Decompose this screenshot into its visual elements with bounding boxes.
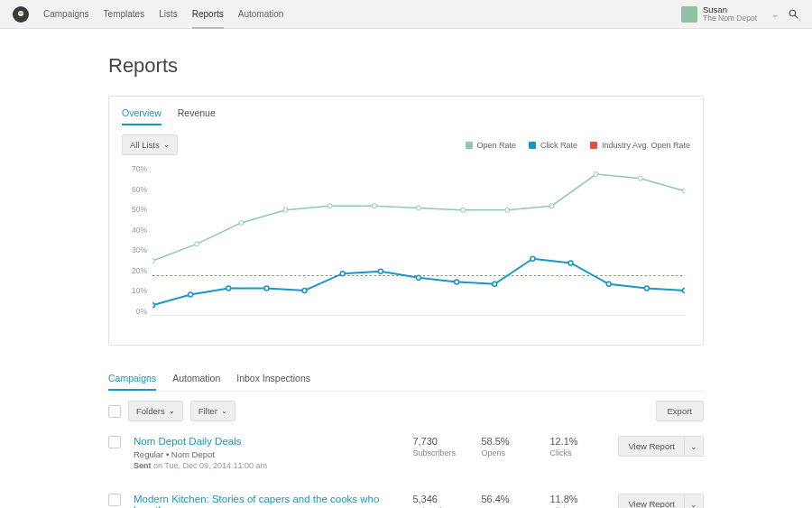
tab-overview[interactable]: Overview <box>122 107 161 125</box>
metric-opens: 56.4%Opens <box>481 494 537 508</box>
list-tabs: CampaignsAutomationInbox Inspections <box>108 373 704 392</box>
svg-point-10 <box>283 208 288 212</box>
folders-dropdown[interactable]: Folders ⌄ <box>128 401 183 421</box>
svg-point-25 <box>340 272 345 276</box>
chart-legend: Open RateClick RateIndustry Avg. Open Ra… <box>466 141 690 150</box>
list-tab-inbox-inspections[interactable]: Inbox Inspections <box>236 373 310 391</box>
list-tab-automation[interactable]: Automation <box>172 373 220 391</box>
svg-point-32 <box>606 282 611 286</box>
list-tab-campaigns[interactable]: Campaigns <box>108 373 156 391</box>
y-tick: 0% <box>122 307 147 316</box>
chevron-down-icon: ⌄ <box>163 141 170 149</box>
svg-point-21 <box>189 292 193 297</box>
row-checkbox[interactable] <box>108 494 121 506</box>
svg-point-12 <box>372 204 376 208</box>
chevron-down-icon: ⌄ <box>169 407 175 415</box>
tab-revenue[interactable]: Revenue <box>178 107 216 125</box>
search-icon[interactable] <box>788 8 799 20</box>
nav-templates[interactable]: Templates <box>104 1 145 27</box>
legend-swatch <box>529 142 536 149</box>
nav-reports[interactable]: Reports <box>192 1 224 27</box>
svg-point-3 <box>789 10 796 16</box>
svg-point-28 <box>455 280 459 284</box>
filter-dropdown[interactable]: Filter ⌄ <box>190 401 235 421</box>
chart-header: All Lists ⌄ Open RateClick RateIndustry … <box>122 134 690 155</box>
nav-lists[interactable]: Lists <box>159 1 178 27</box>
table-row: Nom Depot Daily DealsRegular • Nom Depot… <box>108 421 704 479</box>
table-row: Modern Kitchen: Stories of capers and th… <box>108 479 704 508</box>
y-axis-labels: 70%60%50%40%30%20%10%0% <box>122 164 147 316</box>
view-report-button[interactable]: View Report <box>618 494 685 508</box>
nav-automation[interactable]: Automation <box>238 1 284 27</box>
y-tick: 50% <box>122 205 147 214</box>
topbar-left: CampaignsTemplatesListsReportsAutomation <box>13 1 283 27</box>
row-checkbox[interactable] <box>108 436 121 448</box>
svg-point-17 <box>594 172 598 177</box>
legend-item: Industry Avg. Open Rate <box>590 141 690 150</box>
plot-area <box>152 168 685 316</box>
campaign-title-link[interactable]: Nom Depot Daily Deals <box>134 436 400 447</box>
metric-subscribers: 7,730Subscribers <box>412 436 468 457</box>
y-tick: 10% <box>122 286 147 295</box>
campaign-title-link[interactable]: Modern Kitchen: Stories of capers and th… <box>134 494 400 508</box>
overview-card: OverviewRevenue All Lists ⌄ Open RateCli… <box>108 96 704 346</box>
list-filter-dropdown[interactable]: All Lists ⌄ <box>122 134 178 155</box>
logo-icon[interactable] <box>13 6 29 23</box>
svg-point-19 <box>683 189 685 193</box>
svg-point-34 <box>683 288 685 292</box>
svg-point-9 <box>239 220 244 225</box>
svg-point-31 <box>568 261 573 265</box>
row-actions: View Report⌄ <box>618 436 704 457</box>
svg-point-23 <box>264 286 269 291</box>
svg-point-24 <box>302 288 307 292</box>
svg-point-14 <box>461 208 466 212</box>
campaign-rows: Nom Depot Daily DealsRegular • Nom Depot… <box>108 421 704 508</box>
campaign-subtitle: Regular • Nom Depot <box>134 449 400 459</box>
metric-subscribers: 5,346Subscribers <box>412 494 468 508</box>
y-tick: 40% <box>122 226 147 235</box>
view-report-caret[interactable]: ⌄ <box>685 436 704 457</box>
row-actions: View Report⌄ <box>618 494 704 508</box>
campaign-sent: Sent on Tue, Dec 09, 2014 11:00 am <box>134 461 400 470</box>
nav-campaigns[interactable]: Campaigns <box>43 1 89 27</box>
user-menu[interactable]: Susan The Nom Depot ⌄ <box>681 5 779 23</box>
topbar: CampaignsTemplatesListsReportsAutomation… <box>0 0 812 29</box>
dropdown-label: All Lists <box>130 140 160 150</box>
svg-point-2 <box>21 12 22 13</box>
page: Reports OverviewRevenue All Lists ⌄ Open… <box>0 29 812 508</box>
svg-point-29 <box>493 282 497 286</box>
svg-point-1 <box>19 12 20 13</box>
legend-item: Open Rate <box>466 141 517 150</box>
export-button[interactable]: Export <box>656 401 704 421</box>
svg-point-22 <box>226 286 231 291</box>
svg-point-26 <box>378 269 383 273</box>
svg-point-7 <box>152 259 154 263</box>
topbar-right: Susan The Nom Depot ⌄ <box>681 5 799 23</box>
card-tabs: OverviewRevenue <box>122 107 690 125</box>
y-tick: 70% <box>122 164 147 173</box>
svg-point-15 <box>505 208 510 212</box>
legend-label: Industry Avg. Open Rate <box>602 141 690 150</box>
main-nav: CampaignsTemplatesListsReportsAutomation <box>43 1 283 27</box>
chart: 70%60%50%40%30%20%10%0% <box>122 164 690 327</box>
legend-swatch <box>466 142 473 149</box>
folders-label: Folders <box>136 406 165 416</box>
svg-point-13 <box>417 206 421 210</box>
y-tick: 20% <box>122 266 147 275</box>
legend-label: Click Rate <box>540 141 577 150</box>
chevron-down-icon: ⌄ <box>771 10 779 19</box>
view-report-button[interactable]: View Report <box>618 436 685 457</box>
svg-point-16 <box>549 204 554 208</box>
list-toolbar: Folders ⌄ Filter ⌄ Export <box>108 401 704 421</box>
y-tick: 30% <box>122 245 147 254</box>
metric-clicks: 12.1%Clicks <box>549 436 605 457</box>
chevron-down-icon: ⌄ <box>221 407 227 415</box>
metric-clicks: 11.8%Clicks <box>549 494 605 508</box>
svg-line-4 <box>795 15 798 18</box>
view-report-caret[interactable]: ⌄ <box>685 494 704 508</box>
svg-point-18 <box>638 176 642 180</box>
metric-opens: 58.5%Opens <box>481 436 537 457</box>
svg-point-33 <box>644 286 649 291</box>
select-all-checkbox[interactable] <box>108 405 121 418</box>
legend-label: Open Rate <box>477 141 517 150</box>
